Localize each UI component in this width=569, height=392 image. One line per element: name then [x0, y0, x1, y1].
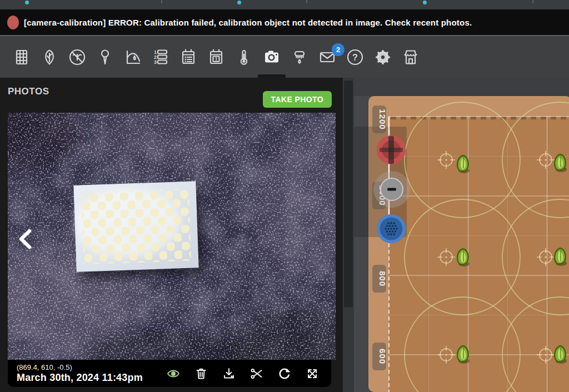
- points-icon[interactable]: [96, 48, 114, 67]
- axis-label-1200: 1200: [378, 109, 387, 129]
- tools-shed-icon[interactable]: [401, 48, 420, 67]
- camera-photo: [8, 113, 336, 360]
- crop-scissors-icon[interactable]: [250, 367, 263, 380]
- chrome-dot: [25, 1, 29, 4]
- tool-weeder[interactable]: [377, 135, 406, 164]
- photos-panel: PHOTOS TAKE PHOTO: [0, 78, 343, 392]
- sensors-chart-icon[interactable]: [123, 48, 142, 67]
- svg-text:?: ?: [352, 52, 358, 62]
- sequences-icon[interactable]: 1 2 3: [151, 48, 170, 67]
- chrome-tick: [532, 0, 533, 3]
- tool-seed-tray[interactable]: [377, 214, 406, 243]
- fullscreen-icon[interactable]: [306, 367, 319, 380]
- photo-timestamp: March 30th, 2024 11:43pm: [17, 372, 143, 384]
- photos-icon[interactable]: [262, 48, 281, 67]
- rotate-icon[interactable]: [278, 367, 291, 380]
- delete-trash-icon[interactable]: [194, 367, 208, 380]
- regimens-icon[interactable]: [179, 48, 198, 67]
- photo-actions: [167, 367, 319, 380]
- chrome-dot: [237, 1, 241, 4]
- panel-title: PHOTOS: [8, 86, 49, 97]
- error-toast: [camera-calibration] ERROR: Calibration …: [0, 9, 569, 35]
- watering-nozzle-icon[interactable]: [290, 48, 309, 67]
- clipped-browser-chrome: [0, 0, 569, 9]
- take-photo-button[interactable]: TAKE PHOTO: [263, 91, 332, 108]
- svg-text:1: 1: [215, 56, 218, 62]
- garden-map: 1200 1000 800 600: [354, 78, 569, 392]
- tool-soil-sensor[interactable]: [373, 171, 410, 208]
- panel-scrollbar-track: [343, 78, 354, 392]
- messages-count-badge: 2: [332, 43, 345, 56]
- chrome-tick: [306, 0, 307, 3]
- main-toolbar: 1 2 3 1: [0, 35, 569, 78]
- svg-text:3: 3: [154, 59, 157, 65]
- axis-label-800: 800: [378, 271, 387, 287]
- photo-meta: (869.4, 610, -0.5) March 30th, 2024 11:4…: [17, 364, 143, 384]
- chrome-dot: [423, 1, 427, 4]
- photo-coordinates: (869.4, 610, -0.5): [17, 364, 143, 372]
- farm-designer-icon[interactable]: [12, 48, 31, 67]
- weeds-icon[interactable]: [68, 48, 87, 67]
- temperature-icon[interactable]: [234, 48, 253, 67]
- axis-label-600: 600: [378, 349, 387, 364]
- panel-scrollbar-thumb[interactable]: [344, 81, 353, 307]
- visibility-eye-icon[interactable]: [167, 367, 180, 380]
- error-status-icon: [7, 16, 19, 29]
- settings-icon[interactable]: [373, 48, 392, 67]
- chrome-tick: [161, 0, 162, 3]
- farmbot-app: [camera-calibration] ERROR: Calibration …: [0, 0, 569, 392]
- calibration-card: [73, 181, 205, 279]
- events-icon[interactable]: 1: [207, 48, 226, 67]
- error-message: [camera-calibration] ERROR: Calibration …: [24, 18, 472, 27]
- help-icon[interactable]: ?: [346, 48, 365, 67]
- download-icon[interactable]: [222, 367, 236, 380]
- photo-info-bar: (869.4, 610, -0.5) March 30th, 2024 11:4…: [8, 360, 331, 387]
- plants-icon[interactable]: [40, 48, 59, 67]
